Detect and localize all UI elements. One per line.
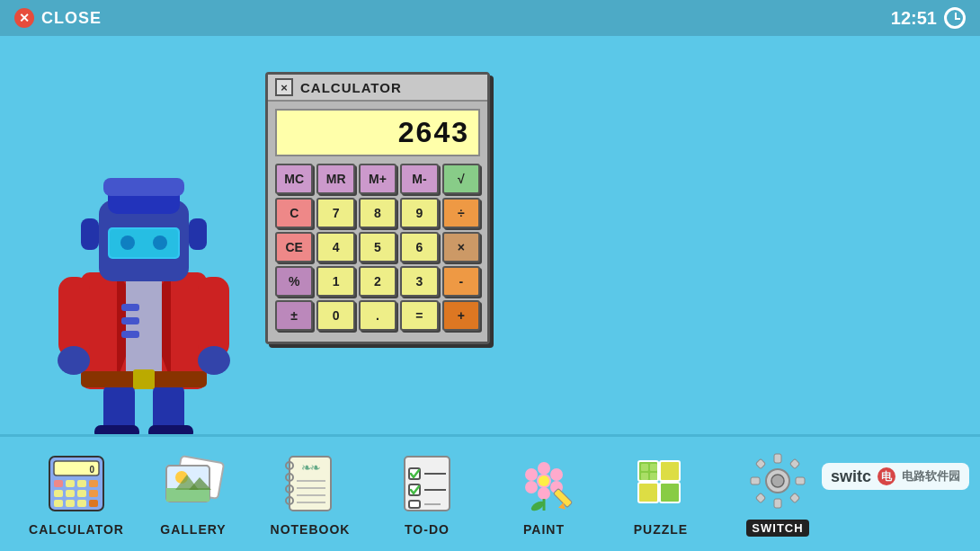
tool-todo[interactable]: TO-DO	[369, 449, 486, 544]
svg-rect-29	[54, 480, 63, 487]
tool-puzzle[interactable]: PUZZLE	[602, 449, 719, 544]
svg-point-15	[58, 346, 90, 375]
calculator-icon: 0	[43, 449, 111, 517]
svg-rect-92	[755, 458, 765, 468]
svg-point-67	[538, 462, 550, 475]
svg-point-70	[550, 468, 563, 481]
robot-character	[54, 129, 234, 434]
svg-rect-34	[66, 490, 75, 497]
svg-rect-38	[66, 500, 75, 507]
svg-rect-91	[796, 477, 805, 484]
calc-btn-8[interactable]: 8	[359, 198, 396, 228]
tool-calculator[interactable]: 0 CALCULATOR	[18, 449, 135, 544]
svg-rect-64	[409, 501, 420, 508]
calc-btn-4[interactable]: 4	[316, 232, 354, 262]
svg-rect-85	[650, 473, 657, 480]
svg-rect-95	[789, 493, 799, 502]
close-icon: ✕	[14, 8, 34, 28]
calc-btn-minus[interactable]: -	[442, 266, 480, 297]
main-area: × CALCULATOR 2643 MC MR M+ M- √ C 7 8 9 …	[0, 36, 980, 434]
calc-btn-ce[interactable]: CE	[275, 232, 313, 262]
tool-switch[interactable]: SWITCH	[719, 447, 836, 544]
svg-rect-31	[77, 480, 86, 487]
calc-close-button[interactable]: ×	[275, 78, 293, 96]
tool-gallery-label: GALLERY	[160, 522, 226, 537]
calc-btn-6[interactable]: 6	[400, 232, 438, 262]
svg-rect-25	[133, 369, 155, 389]
calc-row-4: % 1 2 3 -	[275, 266, 480, 297]
svg-rect-44	[166, 488, 209, 502]
svg-point-69	[525, 468, 538, 481]
tool-paint-label: PAINT	[523, 522, 565, 537]
close-label: CLOSE	[41, 9, 102, 28]
time-display: 12:51	[891, 7, 966, 29]
calc-row-memory: MC MR M+ M- √	[275, 164, 480, 194]
calc-btn-plus[interactable]: +	[442, 300, 480, 331]
calc-btn-9[interactable]: 9	[400, 198, 438, 228]
svg-rect-19	[94, 425, 139, 434]
calc-btn-percent[interactable]: %	[275, 266, 313, 297]
svg-rect-6	[103, 178, 184, 196]
top-bar: ✕ CLOSE 12:51	[0, 0, 980, 36]
tool-gallery[interactable]: GALLERY	[135, 449, 252, 544]
svg-text:0: 0	[89, 465, 94, 475]
svg-rect-89	[774, 499, 781, 508]
watermark-text: switc	[831, 467, 871, 486]
close-button[interactable]: ✕ CLOSE	[14, 8, 102, 28]
paint-icon	[511, 449, 578, 517]
calc-btn-0[interactable]: 0	[316, 300, 354, 331]
calc-btn-7[interactable]: 7	[316, 198, 354, 228]
calc-btn-mplus[interactable]: M+	[359, 164, 396, 194]
calc-btn-decimal[interactable]: .	[359, 300, 396, 331]
calc-btn-mminus[interactable]: M-	[400, 164, 438, 194]
svg-rect-40	[89, 500, 98, 507]
calc-body: 2643 MC MR M+ M- √ C 7 8 9 ÷ CE 4 5	[268, 102, 487, 342]
puzzle-icon	[628, 449, 695, 517]
calc-row-5: ± 0 . = +	[275, 300, 480, 331]
svg-rect-12	[189, 218, 207, 250]
tool-switch-label: SWITCH	[746, 520, 808, 537]
svg-rect-22	[121, 317, 139, 324]
svg-point-87	[771, 475, 784, 487]
bottom-toolbar: 0 CALCULATOR	[0, 434, 980, 551]
calc-btn-3[interactable]: 3	[400, 266, 438, 297]
calc-btn-1[interactable]: 1	[316, 266, 354, 297]
tool-paint[interactable]: PAINT	[486, 449, 602, 544]
tool-notebook[interactable]: ❧ ❧ NOTEBOOK	[252, 449, 369, 544]
watermark: switc 电 电路软件园	[822, 463, 969, 490]
svg-rect-37	[54, 500, 63, 507]
svg-rect-94	[755, 493, 765, 502]
calc-btn-sqrt[interactable]: √	[442, 164, 480, 194]
calc-btn-c[interactable]: C	[275, 198, 313, 228]
calc-btn-mc[interactable]: MC	[275, 164, 313, 194]
todo-icon	[394, 449, 461, 517]
calc-row-3: CE 4 5 6 ×	[275, 232, 480, 262]
calc-display: 2643	[275, 109, 480, 156]
svg-rect-90	[751, 477, 760, 484]
svg-rect-83	[650, 464, 657, 471]
calc-btn-mr[interactable]: MR	[316, 164, 354, 194]
svg-point-73	[539, 475, 549, 486]
calc-row-2: C 7 8 9 ÷	[275, 198, 480, 228]
watermark-logo: 电	[877, 467, 896, 486]
tool-notebook-label: NOTEBOOK	[271, 522, 351, 537]
svg-rect-8	[110, 229, 178, 257]
svg-rect-81	[660, 483, 680, 502]
clock-icon	[944, 7, 966, 29]
svg-rect-21	[121, 304, 139, 311]
calc-btn-multiply[interactable]: ×	[442, 232, 480, 262]
svg-rect-88	[774, 454, 781, 463]
time-text: 12:51	[891, 8, 937, 29]
svg-point-71	[525, 481, 538, 493]
calc-btn-equals[interactable]: =	[400, 300, 438, 331]
character	[54, 129, 234, 434]
calc-btn-divide[interactable]: ÷	[442, 198, 480, 228]
calc-btn-2[interactable]: 2	[359, 266, 396, 297]
switch-icon	[744, 447, 812, 514]
calc-btn-plusminus[interactable]: ±	[275, 300, 313, 331]
svg-rect-14	[198, 277, 229, 358]
tool-calculator-label: CALCULATOR	[29, 522, 124, 537]
svg-rect-20	[148, 425, 193, 434]
svg-point-68	[538, 487, 550, 500]
calc-btn-5[interactable]: 5	[359, 232, 396, 262]
